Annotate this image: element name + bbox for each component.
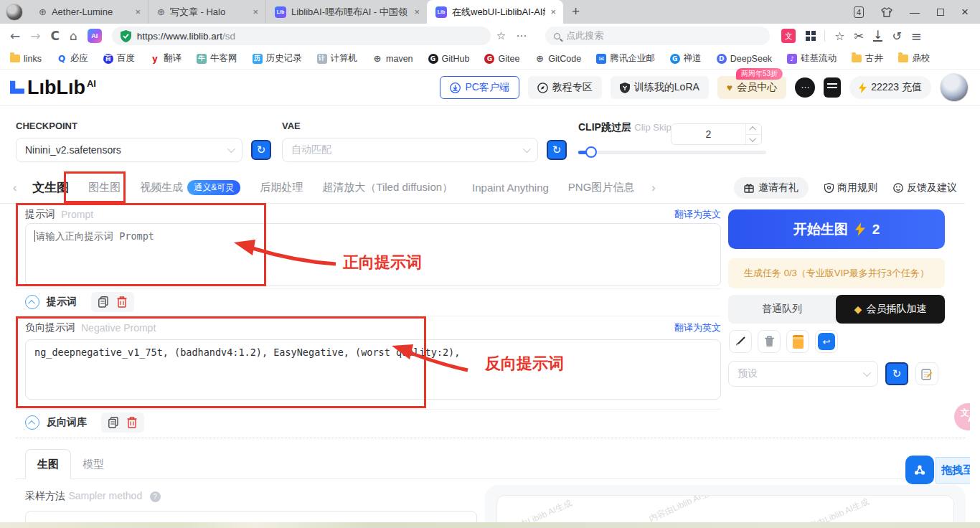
train-lora-button[interactable]: 训练我的LoRA <box>611 76 709 99</box>
tutorial-zone-button[interactable]: 教程专区 <box>528 76 602 99</box>
tabs-scroll-left-icon[interactable]: ‹ <box>13 182 17 194</box>
tab-generate[interactable]: 生图 <box>25 449 71 479</box>
download-count-badge[interactable]: 4 <box>854 6 864 18</box>
ai-assistant-icon[interactable]: AI <box>88 29 102 43</box>
cloud-upload-icon[interactable] <box>905 456 934 484</box>
tabs-scroll-right-icon[interactable]: › <box>651 182 655 194</box>
recharge-button[interactable]: 22223 充值 <box>849 76 931 99</box>
copy-icon[interactable] <box>108 417 118 428</box>
close-button[interactable]: × <box>961 5 969 19</box>
bookmark-item[interactable]: 牛牛客网 <box>197 52 237 65</box>
preset-select[interactable]: 预设 <box>728 361 878 387</box>
browser-menu-icon[interactable]: ≡ <box>911 29 922 44</box>
bookmark-item[interactable]: links <box>10 54 42 64</box>
generate-button[interactable]: 开始生图 2 <box>728 209 945 249</box>
trash-icon[interactable] <box>127 417 137 428</box>
more-actions-icon[interactable]: ⋯ <box>516 29 527 42</box>
browser-tab[interactable]: ⊕Aether-Lumine× <box>30 0 148 24</box>
tab-close-icon[interactable]: × <box>550 6 556 17</box>
bookmark-item[interactable]: ♪硅基流动 <box>787 52 837 65</box>
tab-close-icon[interactable]: × <box>414 6 420 17</box>
clip-skip-slider[interactable] <box>578 151 766 154</box>
bookmark-item[interactable]: 历历史记录 <box>253 52 302 65</box>
address-bar[interactable]: https://www.liblib.art/sd <box>112 27 491 45</box>
invite-reward-link[interactable]: 邀请有礼 <box>734 177 809 199</box>
user-avatar[interactable] <box>940 73 969 102</box>
browser-tab[interactable]: Lib在线webUI-LiblibAI-AI绘图工× <box>427 0 563 24</box>
back-icon[interactable]: ← <box>10 29 20 43</box>
bookmark-item[interactable]: ✉腾讯企业邮 <box>596 52 655 65</box>
forward-icon[interactable]: → <box>30 29 40 43</box>
home-icon[interactable]: ⌂ <box>70 29 77 43</box>
commercial-rules-link[interactable]: 商用规则 <box>824 182 877 194</box>
queue-vip-option[interactable]: ◆ 会员插队加速 <box>836 295 945 324</box>
prompt-translate-link[interactable]: 翻译为英文 <box>674 208 721 221</box>
screenshot-scissors-icon[interactable]: ✂ <box>854 29 864 43</box>
downloads-icon[interactable]: ↓ <box>873 30 882 42</box>
apps-grid-icon[interactable] <box>806 31 816 41</box>
tab-model[interactable]: 模型 <box>71 449 116 479</box>
stepper-up-icon[interactable] <box>746 124 761 134</box>
collapse-chevron-icon[interactable] <box>25 295 39 309</box>
trash-icon[interactable] <box>117 296 127 308</box>
new-tab-button[interactable]: + <box>572 4 580 19</box>
collapse-chevron-icon[interactable] <box>25 415 39 430</box>
bookmark-item[interactable]: 计计算机 <box>317 52 358 65</box>
bookmark-item[interactable]: 古井 <box>852 52 883 65</box>
minimize-button[interactable]: — <box>910 6 920 18</box>
translate-page-icon[interactable]: 文 <box>781 29 796 43</box>
clip-skip-stepper[interactable] <box>745 124 761 144</box>
restore-params-button[interactable]: ↩ <box>815 330 838 353</box>
bookmark-item[interactable]: ⊕maven <box>372 54 413 64</box>
notes-doc-icon[interactable] <box>824 77 841 98</box>
notes-clipboard-button[interactable] <box>786 330 809 353</box>
bookmark-item[interactable]: 鼎校 <box>898 52 930 65</box>
clip-skip-input[interactable]: 2 <box>671 123 762 145</box>
pen-tool-button[interactable] <box>729 330 752 353</box>
bookmark-item[interactable]: 百百度 <box>103 52 135 65</box>
queue-normal-option[interactable]: 普通队列 <box>728 295 836 324</box>
bookmark-item[interactable]: GGitee <box>484 54 519 64</box>
messages-icon[interactable]: ⋯ <box>795 77 815 98</box>
reload-icon[interactable]: C <box>51 29 60 43</box>
maximize-button[interactable] <box>937 9 944 16</box>
browser-tab[interactable]: ⊕写文章 - Halo× <box>148 0 265 24</box>
copy-icon[interactable] <box>98 296 108 308</box>
save-preset-button[interactable] <box>915 362 938 385</box>
feature-tab-Inpaint Anything[interactable]: Inpaint Anything <box>472 182 549 194</box>
bookmark-item[interactable]: y翻译 <box>150 52 182 65</box>
vae-select[interactable]: 自动匹配 <box>282 138 538 162</box>
feature-tab-超清放大（Tiled diffusion）[interactable]: 超清放大（Tiled diffusion） <box>322 181 453 194</box>
bookmark-item[interactable]: ⊕GitCode <box>534 54 581 64</box>
bookmark-item[interactable]: G禅道 <box>670 52 702 65</box>
bookmark-item[interactable]: DDeepSeek <box>717 54 772 64</box>
feature-tab-后期处理[interactable]: 后期处理 <box>260 181 303 194</box>
browser-profile-avatar[interactable] <box>6 4 23 21</box>
drag-upload-bar[interactable]: 拖拽至此上传 <box>936 457 970 484</box>
slider-handle[interactable] <box>585 146 597 158</box>
search-bar[interactable]: 点此搜索 <box>545 27 770 45</box>
browser-tab[interactable]: LibLiblibAI-哩布哩布AI - 中国领× <box>265 0 427 24</box>
preset-refresh-button[interactable]: ↻ <box>885 362 908 385</box>
vae-refresh-button[interactable]: ↻ <box>547 140 567 160</box>
bookmark-star-icon[interactable]: ☆ <box>496 29 506 42</box>
clear-trash-button[interactable] <box>758 330 781 353</box>
help-icon[interactable]: ? <box>150 491 161 502</box>
negative-translate-link[interactable]: 翻译为英文 <box>674 321 721 334</box>
stepper-down-icon[interactable] <box>746 134 761 145</box>
feedback-link[interactable]: 反馈及建议 <box>893 182 957 194</box>
immersive-translate-float-button[interactable]: 文 A <box>954 403 970 430</box>
bookmark-item[interactable]: Q必应 <box>57 52 88 65</box>
feature-tab-PNG图片信息[interactable]: PNG图片信息 <box>568 181 635 194</box>
liblib-logo[interactable]: LıbLıb AI <box>10 77 96 99</box>
tab-close-icon[interactable]: × <box>135 6 141 17</box>
checkpoint-refresh-button[interactable]: ↻ <box>251 140 271 160</box>
checkpoint-select[interactable]: Ninini_v2.safetensors <box>16 138 242 162</box>
tab-close-icon[interactable]: × <box>253 6 258 17</box>
history-undo-icon[interactable]: ↺ <box>892 29 901 43</box>
bookmark-item[interactable]: GGitHub <box>428 54 470 64</box>
favorites-manager-icon[interactable]: ☆ <box>834 29 844 43</box>
theme-skin-icon[interactable] <box>881 7 892 17</box>
member-center-button[interactable]: 两周年53折 ♥ 会员中心 <box>717 76 786 99</box>
feature-tab-视频生成[interactable]: 视频生成通义&可灵 <box>140 180 240 195</box>
